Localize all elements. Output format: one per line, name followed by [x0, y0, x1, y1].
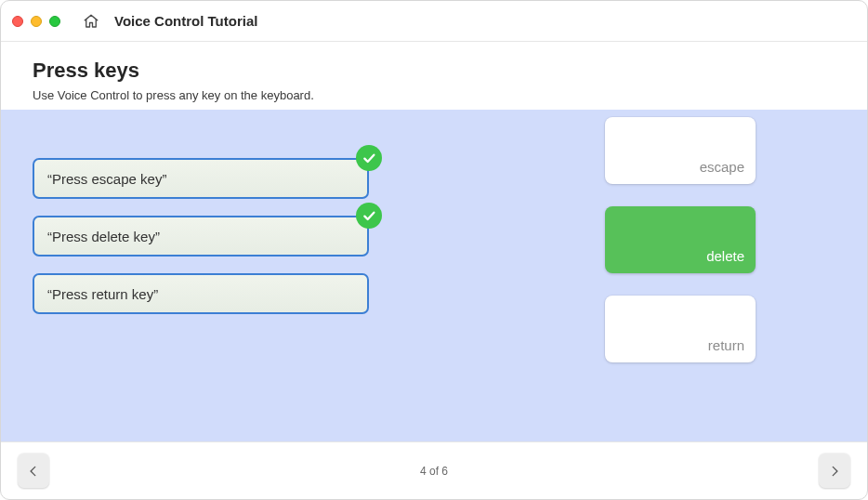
fullscreen-window-button[interactable]: [49, 16, 60, 27]
close-window-button[interactable]: [12, 16, 23, 27]
check-icon: [356, 145, 382, 171]
voice-command: “Press escape key”: [33, 158, 369, 199]
voice-command: “Press return key”: [33, 273, 369, 314]
chevron-right-icon: [828, 462, 841, 480]
prev-button[interactable]: [18, 454, 49, 489]
page-subtitle: Use Voice Control to press any key on th…: [33, 88, 835, 102]
chevron-left-icon: [27, 462, 40, 480]
command-row: “Press return key”: [33, 273, 389, 314]
home-icon: [83, 13, 99, 30]
command-row: “Press delete key”: [33, 216, 389, 257]
page-title: Press keys: [33, 59, 835, 83]
home-button[interactable]: [83, 13, 99, 30]
app-window: Voice Control Tutorial Press keys Use Vo…: [0, 0, 868, 500]
command-list: “Press escape key” “Press delete key” “P…: [33, 158, 389, 314]
keycap-return: return: [605, 296, 756, 362]
voice-command: “Press delete key”: [33, 216, 369, 257]
window-controls: [12, 16, 60, 27]
keycap-escape: escape: [605, 117, 756, 184]
window-title: Voice Control Tutorial: [114, 13, 257, 29]
command-row: “Press escape key”: [33, 158, 389, 199]
title-bar: Voice Control Tutorial: [1, 1, 867, 42]
page-indicator: 4 of 6: [420, 465, 448, 478]
minimize-window-button[interactable]: [31, 16, 42, 27]
keycap-delete: delete: [605, 206, 756, 273]
page-header: Press keys Use Voice Control to press an…: [1, 42, 867, 110]
footer: 4 of 6: [1, 441, 867, 499]
check-icon: [356, 203, 382, 229]
next-button[interactable]: [819, 454, 850, 489]
key-preview: escape delete return: [605, 117, 756, 362]
tutorial-stage: “Press escape key” “Press delete key” “P…: [1, 110, 867, 441]
